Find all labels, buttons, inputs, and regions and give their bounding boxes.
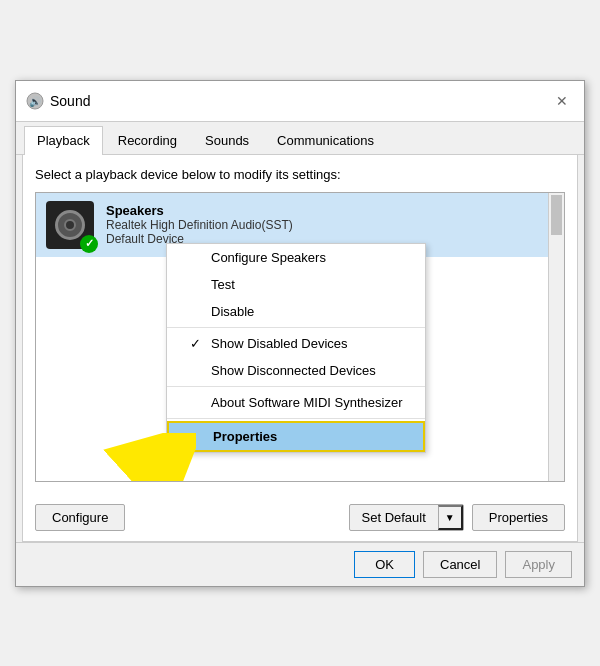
menu-item-about-midi[interactable]: About Software MIDI Synthesizer xyxy=(167,389,425,416)
menu-separator-2 xyxy=(167,386,425,387)
bottom-buttons: Configure Set Default ▼ Properties xyxy=(23,494,577,541)
menu-item-test[interactable]: Test xyxy=(167,271,425,298)
cancel-button[interactable]: Cancel xyxy=(423,551,497,578)
set-default-split-button[interactable]: Set Default ▼ xyxy=(349,504,464,531)
dialog-icon: 🔊 xyxy=(26,92,44,110)
menu-label-properties: Properties xyxy=(213,429,277,444)
device-sub1: Realtek High Definition Audio(SST) xyxy=(106,218,554,232)
content-inner: Select a playback device below to modify… xyxy=(23,155,577,494)
title-bar: 🔊 Sound ✕ xyxy=(16,81,584,122)
tab-recording[interactable]: Recording xyxy=(105,126,190,154)
menu-label-show-disabled: Show Disabled Devices xyxy=(211,336,348,351)
menu-separator-3 xyxy=(167,418,425,419)
properties-button[interactable]: Properties xyxy=(472,504,565,531)
dialog-title: Sound xyxy=(50,93,90,109)
svg-line-4 xyxy=(116,453,171,482)
scrollbar-thumb[interactable] xyxy=(551,195,562,235)
menu-label-configure-speakers: Configure Speakers xyxy=(211,250,326,265)
default-check-badge: ✓ xyxy=(80,235,98,253)
menu-check-show-disabled: ✓ xyxy=(187,336,203,351)
set-default-dropdown-button[interactable]: ▼ xyxy=(438,505,463,530)
dialog-footer: OK Cancel Apply xyxy=(16,542,584,586)
device-list[interactable]: ✓ Speakers Realtek High Definition Audio… xyxy=(35,192,565,482)
speaker-inner xyxy=(64,219,76,231)
scrollbar[interactable] xyxy=(548,193,564,481)
menu-label-disable: Disable xyxy=(211,304,254,319)
device-icon-wrap: ✓ xyxy=(46,201,94,249)
menu-item-disable[interactable]: Disable xyxy=(167,298,425,325)
tab-sounds[interactable]: Sounds xyxy=(192,126,262,154)
apply-button[interactable]: Apply xyxy=(505,551,572,578)
context-menu: Configure Speakers Test Disable ✓ Show D… xyxy=(166,243,426,453)
svg-line-3 xyxy=(116,453,171,482)
title-bar-left: 🔊 Sound xyxy=(26,92,90,110)
menu-label-test: Test xyxy=(211,277,235,292)
tab-playback[interactable]: Playback xyxy=(24,126,103,155)
tab-communications[interactable]: Communications xyxy=(264,126,387,154)
menu-item-properties[interactable]: Properties xyxy=(167,421,425,452)
instruction-text: Select a playback device below to modify… xyxy=(35,167,565,182)
ok-button[interactable]: OK xyxy=(354,551,415,578)
close-button[interactable]: ✕ xyxy=(550,89,574,113)
menu-label-show-disconnected: Show Disconnected Devices xyxy=(211,363,376,378)
menu-label-about-midi: About Software MIDI Synthesizer xyxy=(211,395,402,410)
menu-item-configure-speakers[interactable]: Configure Speakers xyxy=(167,244,425,271)
device-info: Speakers Realtek High Definition Audio(S… xyxy=(106,203,554,246)
configure-button[interactable]: Configure xyxy=(35,504,125,531)
menu-item-show-disconnected[interactable]: Show Disconnected Devices xyxy=(167,357,425,384)
device-name: Speakers xyxy=(106,203,554,218)
menu-separator-1 xyxy=(167,327,425,328)
tab-bar: Playback Recording Sounds Communications xyxy=(16,122,584,155)
svg-text:🔊: 🔊 xyxy=(29,95,42,108)
set-default-main-button[interactable]: Set Default xyxy=(350,505,438,530)
main-content: Select a playback device below to modify… xyxy=(22,155,578,542)
menu-item-show-disabled[interactable]: ✓ Show Disabled Devices xyxy=(167,330,425,357)
speaker-cone xyxy=(55,210,85,240)
sound-dialog: 🔊 Sound ✕ Playback Recording Sounds Comm… xyxy=(15,80,585,587)
